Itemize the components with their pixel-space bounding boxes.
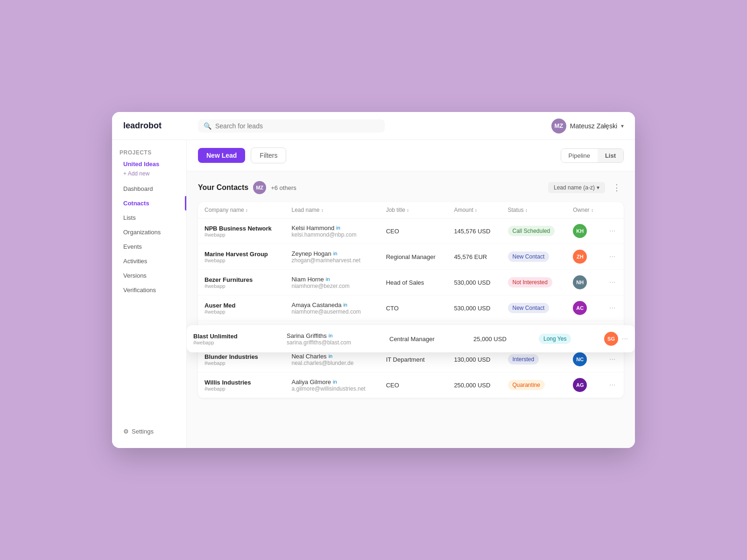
cell-owner: ZH — [566, 244, 603, 270]
company-name: NPB Business Network — [204, 225, 278, 232]
owner-avatar: ZH — [573, 250, 587, 264]
cell-amount: 250,000 USD — [447, 372, 501, 398]
linkedin-icon: in — [333, 251, 338, 256]
header-right: MZ Mateusz Załęski ▾ — [551, 119, 624, 133]
search-bar[interactable]: 🔍 — [198, 119, 385, 133]
lead-name: Niam Horne in — [291, 276, 373, 283]
sidebar-item-label: Events — [123, 243, 142, 250]
status-badge: Quarantine — [508, 380, 545, 390]
search-input[interactable] — [215, 122, 379, 130]
cell-amount: 530,000 USD — [447, 270, 501, 295]
fc-owner: SG ··· — [604, 332, 635, 346]
company-tag: #webapp — [204, 258, 278, 263]
lead-name: Aaliya Gilmore in — [291, 378, 373, 385]
sidebar-item-dashboard[interactable]: Dashboard — [112, 182, 186, 196]
status-badge: Call Scheduled — [508, 226, 555, 236]
chevron-down-icon: ▾ — [621, 123, 624, 129]
linkedin-icon: in — [329, 353, 333, 359]
lead-email: a.gilmore@willisindustries.net — [291, 385, 373, 392]
floating-card-row: Blast Unlimited #webapp Sarina Griffiths… — [193, 332, 628, 346]
sidebar-projects-label: Projects — [120, 149, 179, 156]
table-row[interactable]: Willis Industries #webapp Aaliya Gilmore… — [198, 372, 624, 398]
lead-email: kelsi.hammond@nbp.com — [291, 231, 373, 238]
sidebar-item-label: Organizations — [123, 229, 161, 236]
fc-lead-name: Sarina Griffiths in — [287, 332, 389, 339]
linkedin-icon: in — [336, 225, 340, 231]
sidebar-item-verifications[interactable]: Verifications — [112, 283, 186, 297]
avatar: MZ — [551, 119, 566, 133]
company-tag: #webapp — [204, 232, 278, 238]
company-name: Marine Harvest Group — [204, 251, 278, 258]
linkedin-icon: in — [329, 333, 333, 338]
sort-icon: ↕ — [475, 208, 477, 213]
linkedin-icon: in — [343, 302, 347, 308]
status-badge: Not Interested — [508, 277, 552, 287]
cell-actions: ··· — [603, 372, 624, 398]
col-company: Company name ↕ — [198, 202, 285, 218]
fc-job: Central Manager — [389, 336, 473, 343]
fc-amount: 25,000 USD — [473, 336, 539, 343]
cell-job: CEO — [380, 372, 448, 398]
table-menu-button[interactable]: ⋮ — [610, 181, 624, 195]
status-badge: New Contact — [508, 303, 550, 313]
sidebar-item-events[interactable]: Events — [112, 239, 186, 254]
sort-icon: ↕ — [591, 208, 593, 213]
sidebar-item-label: Activities — [123, 258, 147, 265]
others-badge: +6 others — [271, 184, 296, 191]
sort-button[interactable]: Lead name (a-z) ▾ — [548, 182, 605, 193]
sidebar-projects-section: Projects United Ideas + Add new — [112, 149, 186, 178]
pipeline-view-button[interactable]: Pipeline — [561, 149, 598, 162]
lead-email: niamhorne@bezer.com — [291, 283, 373, 289]
sort-icon: ↕ — [407, 208, 409, 213]
sidebar-bottom: ⚙ Settings — [112, 424, 186, 439]
user-name: Mateusz Załęski — [570, 122, 617, 130]
row-menu-button[interactable]: ··· — [609, 252, 615, 260]
cell-company: Auser Med #webapp — [198, 295, 285, 321]
fc-status: Long Yes — [539, 334, 604, 344]
sidebar-project-name[interactable]: United Ideas — [120, 159, 179, 169]
table-row[interactable]: Auser Med #webapp Amaya Castaneda in nia… — [198, 295, 624, 321]
lead-email: zhogan@marineharvest.net — [291, 257, 373, 264]
cell-lead: Amaya Castaneda in niamhorne@ausermed.co… — [285, 295, 379, 321]
sidebar-item-organizations[interactable]: Organizations — [112, 225, 186, 239]
table-header-row: Company name ↕ Lead name ↕ Job title ↕ — [198, 202, 624, 218]
list-view-button[interactable]: List — [598, 149, 623, 162]
sidebar-settings[interactable]: ⚙ Settings — [120, 424, 179, 439]
owner-avatar: SG — [604, 332, 618, 346]
cell-owner: KH — [566, 218, 603, 244]
app-window: leadrobot 🔍 MZ Mateusz Załęski ▾ Project… — [112, 112, 635, 448]
row-menu-button[interactable]: ··· — [609, 227, 615, 235]
row-menu-button[interactable]: ··· — [609, 355, 615, 363]
sidebar-item-contacts[interactable]: Cotnacts — [112, 196, 186, 210]
filters-button[interactable]: Filters — [251, 147, 286, 163]
table-row[interactable]: NPB Business Network #webapp Kelsi Hammo… — [198, 218, 624, 244]
fc-lead-email: sarina.griffiths@blast.com — [287, 339, 389, 346]
row-menu-button[interactable]: ··· — [609, 304, 615, 312]
table-row[interactable]: Bezer Furnitures #webapp Niam Horne in n… — [198, 270, 624, 295]
sidebar-add-new[interactable]: + Add new — [120, 169, 179, 178]
row-menu-button[interactable]: ··· — [609, 278, 615, 286]
company-tag: #webapp — [204, 386, 278, 392]
sort-icon: ↕ — [525, 208, 528, 213]
company-tag: #webapp — [204, 309, 278, 315]
row-menu-button[interactable]: ··· — [609, 381, 615, 389]
sidebar-item-activities[interactable]: Activities — [112, 254, 186, 268]
row-menu-button[interactable]: ··· — [622, 335, 628, 343]
new-lead-button[interactable]: New Lead — [198, 148, 245, 163]
sidebar: Projects United Ideas + Add new Dashboar… — [112, 140, 187, 448]
fc-company-tag: #webapp — [193, 340, 287, 345]
col-lead: Lead name ↕ — [285, 202, 379, 218]
linkedin-icon: in — [326, 276, 330, 282]
sidebar-item-lists[interactable]: Lists — [112, 210, 186, 225]
owner-avatar: KH — [573, 224, 587, 238]
leads-table: Company name ↕ Lead name ↕ Job title ↕ — [198, 202, 624, 398]
cell-job: CTO — [380, 295, 448, 321]
sort-label: Lead name (a-z) — [554, 184, 595, 191]
sidebar-item-versions[interactable]: Versions — [112, 268, 186, 283]
cell-status: Quarantine — [501, 372, 567, 398]
cell-status: New Contact — [501, 295, 567, 321]
table-row[interactable]: Marine Harvest Group #webapp Zeynep Hoga… — [198, 244, 624, 270]
sidebar-item-label: Verifications — [123, 287, 156, 294]
sidebar-item-label: Dashboard — [123, 185, 153, 192]
contacts-section: Your Contacts MZ +6 others Lead name (a-… — [187, 171, 635, 448]
